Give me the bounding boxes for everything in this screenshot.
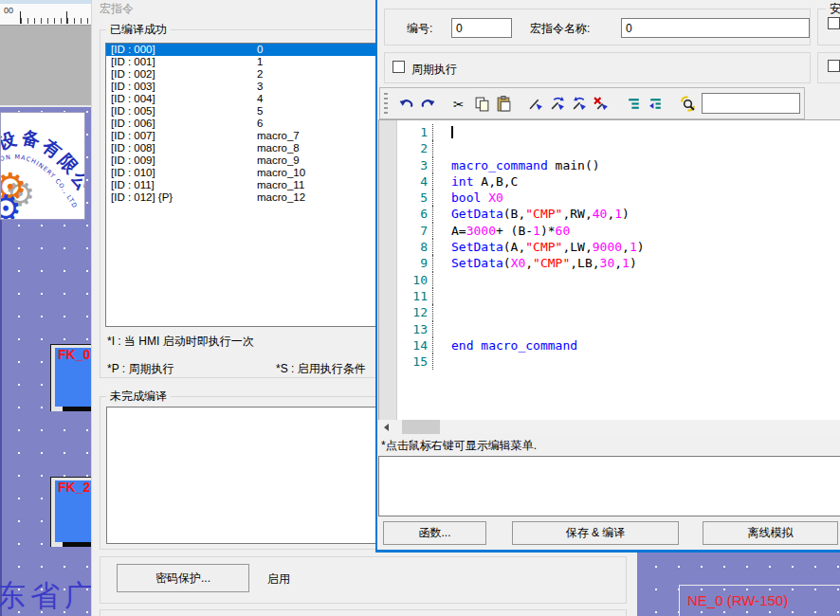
bookmark-prev-icon[interactable]: [569, 93, 591, 114]
periodic-checkbox[interactable]: [393, 61, 405, 73]
list-item-name: 6: [257, 118, 263, 130]
paste-icon[interactable]: [493, 93, 515, 114]
security-checkbox[interactable]: [828, 17, 840, 29]
line-number: 2: [398, 140, 433, 156]
line-number: 9: [398, 255, 433, 271]
code-line[interactable]: 3macro_command main(): [398, 157, 840, 173]
code-line[interactable]: 15: [398, 353, 840, 370]
save-compile-button[interactable]: 保存 & 编译: [512, 521, 679, 545]
extra-group: [100, 609, 627, 616]
offline-simulation-button[interactable]: 离线模拟: [703, 521, 838, 545]
macro-id-input[interactable]: [451, 18, 512, 38]
code-line[interactable]: 1: [398, 124, 840, 140]
line-number: 7: [398, 223, 433, 239]
line-number: 1: [398, 124, 433, 140]
code-line[interactable]: 14end macro_command: [398, 337, 840, 353]
indent-icon[interactable]: [623, 93, 645, 114]
code-line[interactable]: 9SetData(X0,"CMP",LB,30,1): [398, 255, 840, 271]
line-number: 6: [398, 206, 433, 222]
macro-name-label: 宏指令名称:: [530, 21, 590, 37]
code-line[interactable]: 10: [398, 272, 840, 288]
line-number: 11: [398, 288, 433, 304]
line-number: 3: [398, 157, 433, 173]
code-text: [433, 124, 453, 140]
list-item-id: [ID : 000]: [106, 44, 257, 56]
list-item-id: [ID : 012] {P}: [106, 191, 257, 204]
security-group-2: [817, 52, 840, 83]
canvas-object-ne0[interactable]: NE_0 (RW-150): [679, 585, 840, 616]
code-text: [433, 288, 451, 304]
periodic-group: 周期执行: [384, 52, 811, 83]
right-click-hint: *点击鼠标右键可显示编辑菜单.: [381, 438, 537, 454]
ruler-major-tick: [66, 11, 67, 24]
code-text: [433, 304, 451, 320]
line-number: 5: [398, 190, 433, 206]
code-line[interactable]: 5bool X0: [398, 190, 840, 206]
security-checkbox-2[interactable]: [828, 60, 840, 72]
bookmark-clear-icon[interactable]: [591, 93, 612, 114]
screen: 00 设备有限公司 TION MACHINERY CO., LTD ⚙ ⚙ ⚙ …: [0, 0, 840, 616]
list-item-id: [ID : 008]: [106, 142, 257, 154]
code-line[interactable]: 2: [398, 140, 840, 156]
note-condition: *S : 启用执行条件: [276, 361, 366, 377]
editor-toolbar: ✂: [379, 87, 805, 119]
code-text: [433, 140, 451, 156]
failed-group-label: 未完成编译: [106, 390, 171, 403]
note-startup: *I : 当 HMI 启动时即执行一次: [107, 334, 254, 350]
canvas-object-fk0[interactable]: FK_0: [50, 344, 91, 411]
password-protect-button[interactable]: 密码保护...: [117, 564, 249, 592]
fk0-shadow: [63, 407, 91, 411]
password-group: 密码保护... 启用: [100, 556, 627, 604]
code-text: macro_command main(): [433, 157, 600, 173]
list-item-name: 3: [257, 81, 263, 93]
scroll-left-button[interactable]: [378, 420, 394, 434]
code-line[interactable]: 12: [398, 304, 840, 320]
ruler-origin-label: 00: [4, 6, 13, 15]
toolbar-grip[interactable]: [384, 93, 388, 114]
security-group-label: 安: [826, 2, 840, 15]
list-item-id: [ID : 002]: [106, 68, 257, 81]
code-text: [433, 353, 451, 370]
scrollbar-thumb[interactable]: [402, 420, 440, 434]
editor-horizontal-scrollbar[interactable]: [378, 420, 840, 434]
code-text: end macro_command: [433, 337, 577, 353]
function-button[interactable]: 函数...: [383, 521, 486, 545]
code-line[interactable]: 4int A,B,C: [398, 173, 840, 190]
fk2-shadow: [63, 542, 91, 547]
code-line[interactable]: 8SetData(A,"CMP",LW,9000,1): [398, 239, 840, 255]
bookmark-margin[interactable]: [379, 120, 397, 420]
code-text: int A,B,C: [433, 173, 518, 190]
code-editor[interactable]: 123macro_command main()4int A,B,C5bool X…: [378, 119, 840, 420]
macro-name-input[interactable]: [621, 18, 810, 38]
code-lines[interactable]: 123macro_command main()4int A,B,C5bool X…: [398, 124, 840, 370]
list-item-name: macro_8: [257, 142, 300, 154]
list-item-id: [ID : 005]: [106, 105, 257, 118]
redo-icon[interactable]: [417, 93, 439, 114]
code-line[interactable]: 13: [398, 321, 840, 337]
security-group: 安: [817, 9, 840, 45]
find-replace-icon[interactable]: [677, 93, 699, 114]
company-logo[interactable]: 设备有限公司 TION MACHINERY CO., LTD ⚙ ⚙ ⚙: [0, 112, 85, 220]
list-item-name: 0: [257, 44, 263, 56]
canvas-object-fk2[interactable]: FK_2: [50, 477, 91, 547]
code-text: [433, 272, 451, 288]
cut-icon[interactable]: ✂: [449, 93, 471, 114]
list-item-name: 4: [257, 93, 263, 105]
id-name-group: 编号: 宏指令名称:: [384, 9, 811, 45]
code-line[interactable]: 7A=3000+ (B-1)*60: [398, 223, 840, 239]
ruler-major-tick: [20, 11, 21, 24]
line-number: 15: [398, 353, 433, 370]
bookmark-next-icon[interactable]: [547, 93, 569, 114]
code-line[interactable]: 6GetData(B,"CMP",RW,40,1): [398, 206, 840, 222]
compile-output-box[interactable]: [378, 456, 840, 516]
copy-icon[interactable]: [471, 93, 493, 114]
list-item-name: 1: [257, 56, 263, 68]
code-line[interactable]: 11: [398, 288, 840, 304]
macro-editor-dialog: 编号: 宏指令名称: 安 周期执行 ✂: [375, 0, 840, 553]
bookmark-toggle-icon[interactable]: [525, 93, 547, 114]
outdent-icon[interactable]: [645, 93, 667, 114]
undo-icon[interactable]: [395, 93, 417, 114]
find-input[interactable]: [702, 93, 800, 114]
code-text: A=3000+ (B-1)*60: [433, 223, 570, 239]
workspace-background: [0, 26, 91, 107]
